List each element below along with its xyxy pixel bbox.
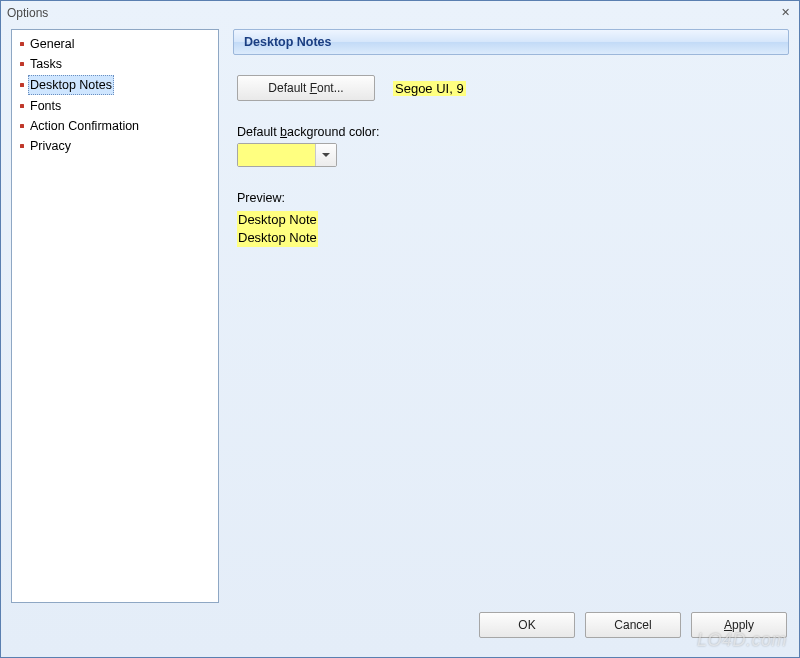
sidebar-item-label: Tasks	[30, 55, 62, 73]
sidebar-item-fonts[interactable]: Fonts	[12, 96, 218, 116]
sidebar-item-label: General	[30, 35, 74, 53]
options-dialog: Options ✕ GeneralTasksDesktop NotesFonts…	[0, 0, 800, 658]
sidebar-item-label: Desktop Notes	[28, 75, 114, 95]
color-dropdown-button[interactable]	[316, 144, 336, 166]
sidebar-item-tasks[interactable]: Tasks	[12, 54, 218, 74]
panel-header: Desktop Notes	[233, 29, 789, 55]
sidebar-item-privacy[interactable]: Privacy	[12, 136, 218, 156]
category-list[interactable]: GeneralTasksDesktop NotesFontsAction Con…	[11, 29, 219, 603]
bullet-icon	[20, 144, 24, 148]
sidebar-item-action-confirmation[interactable]: Action Confirmation	[12, 116, 218, 136]
sidebar-item-label: Action Confirmation	[30, 117, 139, 135]
sidebar-item-label: Privacy	[30, 137, 71, 155]
close-icon[interactable]: ✕	[777, 5, 793, 21]
preview-lines: Desktop NoteDesktop Note	[237, 211, 785, 247]
bg-color-label: Default background color:	[237, 125, 785, 139]
dialog-buttons: OK Cancel Apply	[11, 603, 789, 647]
apply-button[interactable]: Apply	[691, 612, 787, 638]
panel-title: Desktop Notes	[244, 35, 332, 49]
preview-note: Desktop Note	[237, 211, 318, 229]
window-title: Options	[7, 6, 48, 20]
sidebar-item-general[interactable]: General	[12, 34, 218, 54]
bullet-icon	[20, 124, 24, 128]
preview-note: Desktop Note	[237, 229, 318, 247]
bullet-icon	[20, 62, 24, 66]
titlebar[interactable]: Options ✕	[1, 1, 799, 25]
chevron-down-icon	[322, 153, 330, 157]
color-swatch	[238, 144, 316, 166]
default-font-button[interactable]: Default Font...	[237, 75, 375, 101]
bullet-icon	[20, 104, 24, 108]
sidebar-item-label: Fonts	[30, 97, 61, 115]
sidebar-item-desktop-notes[interactable]: Desktop Notes	[12, 74, 218, 96]
bullet-icon	[20, 42, 24, 46]
panel-body: Default Font... Segoe UI, 9 Default back…	[233, 55, 789, 603]
current-font-label: Segoe UI, 9	[393, 81, 466, 96]
body: GeneralTasksDesktop NotesFontsAction Con…	[11, 29, 789, 603]
bullet-icon	[20, 83, 24, 87]
ok-button[interactable]: OK	[479, 612, 575, 638]
content-area: GeneralTasksDesktop NotesFontsAction Con…	[11, 29, 789, 647]
default-font-row: Default Font... Segoe UI, 9	[237, 75, 785, 101]
bg-color-picker[interactable]	[237, 143, 337, 167]
cancel-button[interactable]: Cancel	[585, 612, 681, 638]
preview-section: Preview: Desktop NoteDesktop Note	[237, 191, 785, 247]
main-panel: Desktop Notes Default Font... Segoe UI, …	[233, 29, 789, 603]
preview-label: Preview:	[237, 191, 785, 205]
